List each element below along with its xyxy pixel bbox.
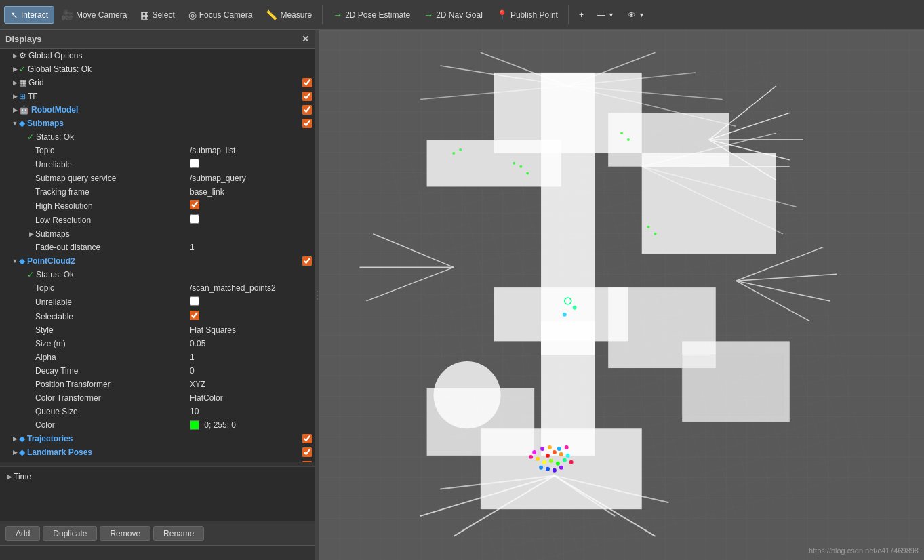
- add-display-button[interactable]: +: [573, 7, 590, 23]
- pointcloud2-checkbox[interactable]: [302, 256, 312, 266]
- pc2-position-row[interactable]: Position Transformer XYZ: [0, 378, 315, 391]
- submaps-submaps-arrow[interactable]: ▶: [27, 231, 35, 237]
- pc2-color-value: 0; 255; 0: [190, 420, 312, 431]
- tf-checkbox[interactable]: [302, 92, 312, 101]
- measure-button[interactable]: 📏 Measure: [260, 6, 318, 24]
- global-options-item[interactable]: ▶ ⚙ Global Options: [0, 49, 315, 62]
- pc2-unreliable-row[interactable]: Unreliable: [0, 295, 315, 309]
- submaps-topic-row[interactable]: Topic /submap_list: [0, 144, 315, 157]
- submaps-checkbox[interactable]: [302, 119, 312, 128]
- view-options-button[interactable]: 👁 ▼: [622, 7, 651, 23]
- svg-point-51: [526, 172, 529, 175]
- toolbar: ↖ Interact 🎥 Move Camera ▦ Select ◎ Focu…: [0, 0, 924, 30]
- trajectories-item[interactable]: ▶ ◆ Trajectories: [0, 432, 315, 445]
- submaps-hires-checkbox[interactable]: [190, 200, 199, 209]
- submaps-query-row[interactable]: Submap query service /submap_query: [0, 172, 315, 185]
- pc2-colortransformer-row[interactable]: Color Transformer FlatColor: [0, 391, 315, 405]
- trajectories-checkbox[interactable]: [302, 434, 312, 443]
- tf-item[interactable]: ▶ ⊞ TF: [0, 89, 315, 103]
- landmark-poses-arrow[interactable]: ▶: [11, 449, 19, 456]
- 3d-viewport[interactable]: https://blog.csdn.net/c417469898: [319, 30, 924, 560]
- pc2-alpha-row[interactable]: Alpha 1: [0, 351, 315, 364]
- global-status-arrow[interactable]: ▶: [11, 66, 19, 73]
- submaps-unreliable-label: Unreliable: [35, 160, 190, 169]
- submaps-label: Submaps: [27, 119, 302, 128]
- pose-estimate-button[interactable]: → 2D Pose Estimate: [327, 6, 416, 24]
- submaps-fadeout-row[interactable]: Fade-out distance 1: [0, 241, 315, 254]
- submaps-unreliable-checkbox[interactable]: [190, 159, 199, 168]
- remove-display-button[interactable]: — ▼: [591, 7, 620, 23]
- dropdown-arrow: ▼: [608, 12, 614, 18]
- interact-button[interactable]: ↖ Interact: [4, 6, 54, 24]
- global-status-item[interactable]: ▶ ✓ Global Status: Ok: [0, 62, 315, 76]
- pc2-alpha-value: 1: [190, 353, 312, 362]
- svg-point-47: [557, 447, 561, 451]
- nav-goal-button[interactable]: → 2D Nav Goal: [418, 6, 489, 24]
- publish-label: Publish Point: [510, 10, 558, 20]
- tf-label: TF: [28, 92, 302, 101]
- time-status-item: ▶ Time: [3, 470, 312, 483]
- pointcloud2-arrow[interactable]: ▼: [11, 258, 19, 264]
- remove-button[interactable]: Remove: [100, 526, 150, 541]
- pc2-decay-label: Decay Time: [35, 366, 190, 376]
- submaps-status-label: Status: Ok: [36, 132, 312, 142]
- svg-point-43: [532, 450, 536, 454]
- pc2-style-value: Flat Squares: [190, 325, 312, 335]
- duplicate-button[interactable]: Duplicate: [43, 526, 97, 541]
- submaps-unreliable-row[interactable]: Unreliable: [0, 157, 315, 172]
- robotmodel-checkbox[interactable]: [302, 105, 312, 115]
- submaps-submaps-label: Submaps: [35, 229, 312, 239]
- landmark-poses-checkbox[interactable]: [302, 447, 312, 457]
- svg-point-35: [549, 459, 553, 463]
- submaps-tracking-row[interactable]: Tracking frame base_link: [0, 185, 315, 199]
- pc2-unreliable-checkbox[interactable]: [190, 296, 199, 306]
- pc2-style-row[interactable]: Style Flat Squares: [0, 323, 315, 337]
- pc2-selectable-checkbox[interactable]: [190, 311, 199, 320]
- landmark-poses-label: Landmark Poses: [27, 447, 302, 457]
- robotmodel-item[interactable]: ▶ 🤖 RobotModel: [0, 103, 315, 117]
- move-camera-button[interactable]: 🎥 Move Camera: [56, 6, 133, 24]
- submaps-hires-row[interactable]: High Resolution: [0, 199, 315, 213]
- displays-title: Displays: [5, 34, 41, 44]
- submaps-submaps-row[interactable]: ▶ Submaps: [0, 227, 315, 241]
- nav-icon: →: [424, 9, 433, 20]
- bottom-status-panel: ▶ Time: [0, 466, 315, 521]
- grid-arrow[interactable]: ▶: [11, 79, 19, 86]
- pc2-status-item[interactable]: ✓ Status: Ok: [0, 268, 315, 281]
- grid-checkbox[interactable]: [302, 78, 312, 87]
- pc2-queue-row[interactable]: Queue Size 10: [0, 405, 315, 418]
- tree-panel[interactable]: ▶ ⚙ Global Options ▶ ✓ Global Status: Ok…: [0, 49, 315, 462]
- svg-point-58: [459, 148, 462, 151]
- pointcloud2-item[interactable]: ▼ ◆ PointCloud2: [0, 254, 315, 268]
- svg-point-41: [553, 468, 557, 473]
- select-button[interactable]: ▦ Select: [134, 6, 180, 24]
- pc2-color-row[interactable]: Color 0; 255; 0: [0, 418, 315, 432]
- pc2-selectable-row[interactable]: Selectable: [0, 309, 315, 323]
- submaps-item[interactable]: ▼ ◆ Submaps: [0, 117, 315, 130]
- publish-point-button[interactable]: 📍 Publish Point: [490, 6, 564, 24]
- tf-arrow[interactable]: ▶: [11, 93, 19, 100]
- submaps-status-item[interactable]: ✓ Status: Ok: [0, 130, 315, 144]
- svg-point-39: [539, 466, 543, 470]
- robotmodel-arrow[interactable]: ▶: [11, 106, 19, 113]
- focus-camera-button[interactable]: ◎ Focus Camera: [182, 6, 259, 24]
- rename-button[interactable]: Rename: [153, 526, 204, 541]
- submaps-fadeout-value: 1: [190, 243, 312, 252]
- trajectories-label: Trajectories: [27, 434, 302, 443]
- landmark-poses-item[interactable]: ▶ ◆ Landmark Poses: [0, 445, 315, 459]
- status-bar: [0, 545, 315, 560]
- pc2-size-row[interactable]: Size (m) 0.05: [0, 337, 315, 351]
- trajectories-arrow[interactable]: ▶: [11, 435, 19, 442]
- pc2-color-swatch[interactable]: [190, 420, 199, 430]
- pc2-topic-row[interactable]: Topic /scan_matched_points2: [0, 281, 315, 295]
- grid-item[interactable]: ▶ ▦ Grid: [0, 76, 315, 89]
- global-options-arrow[interactable]: ▶: [11, 52, 19, 59]
- pc2-decay-row[interactable]: Decay Time 0: [0, 364, 315, 378]
- submaps-lowres-row[interactable]: Low Resolution: [0, 213, 315, 227]
- global-options-icon: ⚙: [19, 51, 26, 60]
- close-panel-button[interactable]: ✕: [302, 34, 309, 44]
- submaps-arrow[interactable]: ▼: [11, 120, 19, 127]
- displays-header: Displays ✕: [0, 30, 315, 49]
- add-button[interactable]: Add: [5, 526, 40, 541]
- submaps-lowres-checkbox[interactable]: [190, 214, 199, 224]
